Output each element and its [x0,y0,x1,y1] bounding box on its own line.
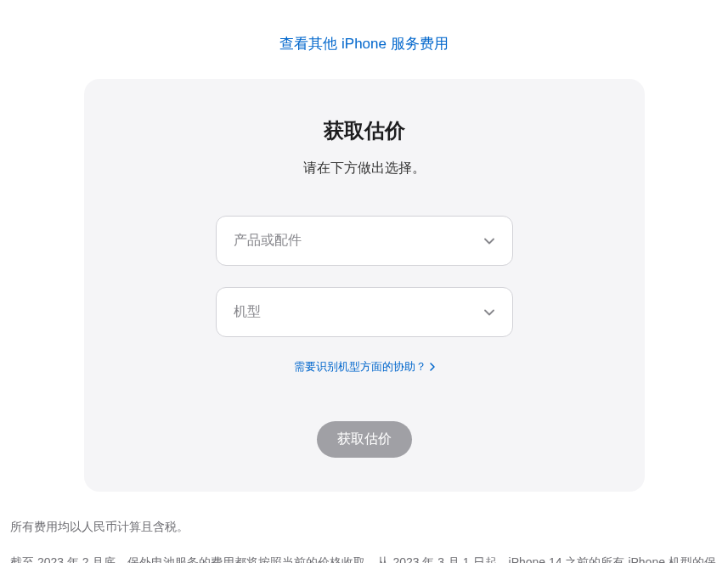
page-title: 获取估价 [118,117,611,144]
footer-line-2: 截至 2023 年 2 月底，保外电池服务的费用都将按照当前的价格收取。从 20… [10,551,718,563]
chevron-down-icon [483,235,495,247]
help-link-text: 需要识别机型方面的协助？ [294,359,426,374]
model-select[interactable]: 机型 [216,287,513,337]
footer-text: 所有费用均以人民币计算且含税。 截至 2023 年 2 月底，保外电池服务的费用… [0,515,728,563]
product-select[interactable]: 产品或配件 [216,216,513,266]
product-select-placeholder: 产品或配件 [234,232,302,250]
chevron-down-icon [483,307,495,318]
footer-line-1: 所有费用均以人民币计算且含税。 [10,515,718,538]
model-select-placeholder: 机型 [234,303,261,321]
estimate-card: 获取估价 请在下方做出选择。 产品或配件 机型 需要识别机型方面的协助？ 获取估… [84,79,645,492]
help-identify-model-link[interactable]: 需要识别机型方面的协助？ [294,359,435,374]
get-estimate-button[interactable]: 获取估价 [317,421,412,458]
chevron-right-icon [430,363,435,371]
card-subtitle: 请在下方做出选择。 [118,160,611,177]
other-service-fee-link[interactable]: 查看其他 iPhone 服务费用 [279,36,448,52]
